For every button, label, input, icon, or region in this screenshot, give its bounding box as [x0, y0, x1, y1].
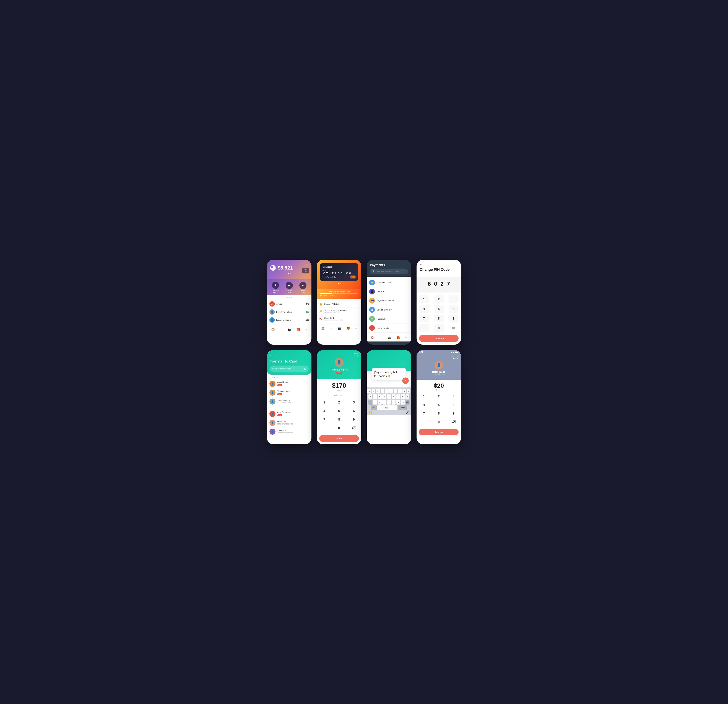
add-comment[interactable]: Add comment [320, 393, 358, 398]
payment-transfer-card[interactable]: 💳 Transfer to Card [367, 278, 411, 287]
plus-icon[interactable]: ＋ [380, 336, 383, 340]
camera-icon[interactable]: 📷 [288, 328, 292, 331]
key-2[interactable]: 2 [334, 399, 344, 406]
transfer-to-card-button[interactable]: ▶ Transferto Card [286, 282, 293, 293]
key-space[interactable]: space [377, 405, 397, 410]
send-button[interactable]: Send [319, 435, 359, 442]
key-dot[interactable]: . [419, 418, 429, 426]
key-o[interactable]: o [403, 389, 406, 393]
key-l[interactable]: l [406, 395, 409, 399]
key-3[interactable]: 3 [449, 393, 459, 400]
key-5[interactable]: 5 [434, 401, 444, 409]
key-9[interactable]: 9 [349, 416, 359, 423]
contact-anna[interactable]: 👤 Anna Nelson mono [267, 379, 312, 388]
key-s[interactable]: s [373, 395, 377, 399]
key-1[interactable]: 1 [419, 393, 429, 400]
key-a[interactable]: a [368, 395, 373, 399]
camera-icon[interactable]: 📷 [388, 336, 391, 340]
back-button[interactable]: ← [320, 353, 322, 356]
key-d[interactable]: d [378, 395, 381, 399]
key-8[interactable]: 8 [434, 315, 444, 322]
home-icon[interactable]: 🏠 [371, 336, 374, 340]
scan-icon[interactable]: ⊡ [304, 367, 306, 370]
key-shift[interactable]: ⇧ [368, 400, 373, 405]
key-8[interactable]: 8 [434, 410, 444, 417]
gift-icon[interactable]: 🎁 [347, 327, 350, 330]
search-bar[interactable]: 🔍 Search by history & contacts [370, 269, 408, 274]
topup-button[interactable]: Top Up [419, 429, 459, 435]
key-x[interactable]: x [378, 400, 381, 405]
key-k[interactable]: k [401, 395, 405, 399]
change-pin-item[interactable]: 🔒 Change PIN Code [319, 301, 359, 308]
payment-utilities[interactable]: 🏠 Utilities & Internet [367, 305, 411, 314]
contact-sarah[interactable]: 👤 Sarah Stewart 5375 4141 0001 6400 [267, 397, 312, 406]
key-4[interactable]: 4 [419, 401, 429, 409]
key-6[interactable]: 6 [349, 408, 359, 415]
key-2[interactable]: 2 [434, 393, 444, 400]
key-g[interactable]: g [387, 395, 391, 399]
key-1[interactable]: 1 [319, 399, 329, 406]
profile-icon[interactable]: ● [305, 328, 307, 331]
profile-icon[interactable]: ● [405, 336, 407, 340]
key-5[interactable]: 5 [334, 408, 344, 415]
key-7[interactable]: 7 [419, 410, 429, 417]
gift-icon[interactable]: 🎁 [396, 336, 400, 340]
key-8[interactable]: 8 [334, 416, 344, 423]
home-icon[interactable]: 🏠 [271, 328, 275, 331]
key-3[interactable]: 3 [349, 399, 359, 406]
key-i[interactable]: i [398, 389, 402, 393]
plus-icon[interactable]: ＋ [330, 327, 333, 330]
contact-marie[interactable]: 👤 Marie Hall 5375 4141 0001 6400 [267, 418, 312, 427]
gear-icon[interactable]: ⚙ [306, 263, 308, 266]
key-z[interactable]: z [373, 400, 377, 405]
key-q[interactable]: q [367, 389, 371, 393]
key-4[interactable]: 4 [419, 305, 429, 313]
back-button[interactable]: ← [419, 356, 422, 360]
key-n[interactable]: n [396, 400, 400, 405]
send-button[interactable]: ✓ [402, 377, 409, 384]
key-e[interactable]: e [376, 389, 380, 393]
key-9[interactable]: 9 [449, 410, 459, 417]
payment-traffic[interactable]: ⚠ Traffic Tickets [367, 324, 411, 332]
mobile-topup-button[interactable]: ■ MobileTop Up [299, 282, 306, 293]
plus-icon[interactable]: ＋ [280, 328, 283, 331]
key-6[interactable]: 6 [449, 401, 459, 409]
key-j[interactable]: j [396, 395, 400, 399]
key-v[interactable]: v [387, 400, 391, 405]
key-f[interactable]: f [382, 395, 386, 399]
key-y[interactable]: y [389, 389, 393, 393]
key-return[interactable]: Return [398, 405, 407, 410]
key-r[interactable]: r [381, 389, 384, 393]
key-delete[interactable]: ⌫ [349, 425, 359, 432]
payment-ukraine[interactable]: 🇺🇦 Payment in Ukraine [367, 296, 411, 305]
key-dot[interactable]: . [319, 425, 329, 432]
card-input[interactable]: Name or card number ⊡ [270, 366, 309, 372]
contact-alan[interactable]: 👤 Alan Simmons mono [267, 409, 312, 418]
key-t[interactable]: t [385, 389, 389, 393]
setup-pin-item[interactable]: 🔑 Set Up PIN Code Request Don't ask up t… [319, 308, 359, 315]
block-card-item[interactable]: 🚫 Block Card You can unblock it anytime [319, 315, 359, 323]
key-b[interactable]: b [391, 400, 396, 405]
key-0[interactable]: 0 [334, 425, 344, 432]
contact-thomas[interactable]: 👤 Thomas Harris mono [267, 388, 312, 397]
key-4[interactable]: 4 [319, 408, 329, 415]
home-icon[interactable]: 🏠 [321, 327, 325, 330]
key-w[interactable]: w [372, 389, 376, 393]
key-0[interactable]: 0 [434, 418, 444, 426]
my-card-topup-button[interactable]: ⬇ My CardTop Up [272, 282, 279, 293]
key-9[interactable]: 9 [449, 315, 459, 322]
gift-icon[interactable]: 🎁 [297, 328, 300, 331]
key-p[interactable]: p [407, 389, 410, 393]
key-7[interactable]: 7 [319, 416, 329, 423]
key-h[interactable]: h [391, 395, 396, 399]
camera-icon[interactable]: 📷 [338, 327, 341, 330]
key-delete[interactable]: ⌫ [449, 324, 459, 332]
emoji-icon[interactable]: 😊 [369, 411, 373, 414]
key-1[interactable]: 1 [419, 295, 429, 303]
key-delete[interactable]: ⌫ [449, 418, 459, 426]
key-6[interactable]: 6 [449, 305, 459, 313]
key-m[interactable]: m [401, 400, 405, 405]
key-backspace[interactable]: ⌫ [406, 400, 409, 405]
key-3[interactable]: 3 [449, 295, 459, 303]
key-c[interactable]: c [382, 400, 386, 405]
